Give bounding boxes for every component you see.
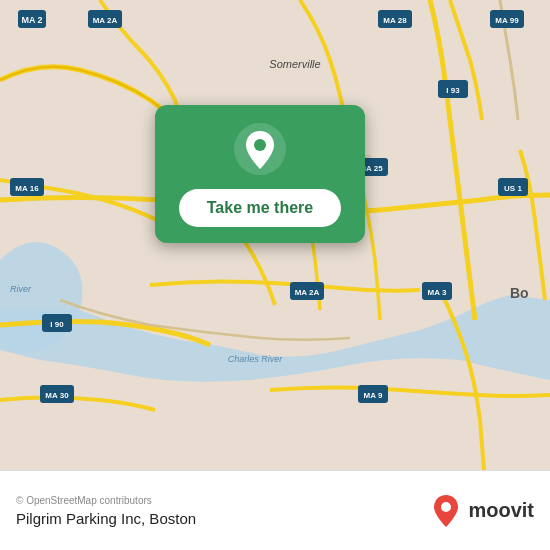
svg-text:River: River (10, 284, 32, 294)
bottom-bar: © OpenStreetMap contributors Pilgrim Par… (0, 470, 550, 550)
svg-text:I 93: I 93 (446, 86, 460, 95)
svg-text:MA 2: MA 2 (21, 15, 42, 25)
svg-text:Charles River: Charles River (228, 354, 284, 364)
location-pin-icon (234, 123, 286, 175)
svg-text:MA 2A: MA 2A (295, 288, 320, 297)
svg-text:MA 2A: MA 2A (93, 16, 118, 25)
svg-text:MA 3: MA 3 (428, 288, 447, 297)
svg-text:MA 30: MA 30 (45, 391, 69, 400)
moovit-logo: moovit (428, 493, 534, 529)
moovit-brand-icon (428, 493, 464, 529)
popup-card: Take me there (155, 105, 365, 243)
svg-text:MA 9: MA 9 (364, 391, 383, 400)
place-name: Pilgrim Parking Inc, Boston (16, 510, 196, 527)
svg-text:I 90: I 90 (50, 320, 64, 329)
bottom-info: © OpenStreetMap contributors Pilgrim Par… (16, 495, 196, 527)
svg-text:MA 99: MA 99 (495, 16, 519, 25)
svg-text:MA 28: MA 28 (383, 16, 407, 25)
svg-point-39 (254, 139, 266, 151)
svg-text:MA 16: MA 16 (15, 184, 39, 193)
copyright-text: © OpenStreetMap contributors (16, 495, 196, 506)
svg-text:US 1: US 1 (504, 184, 522, 193)
svg-text:Bo: Bo (510, 285, 529, 301)
moovit-brand-text: moovit (468, 499, 534, 522)
svg-text:Somerville: Somerville (269, 58, 320, 70)
take-me-there-button[interactable]: Take me there (179, 189, 341, 227)
svg-point-40 (441, 502, 451, 512)
map-container: MA 2 MA 2A MA 28 MA 99 MA 16 MA 25 I 93 … (0, 0, 550, 470)
